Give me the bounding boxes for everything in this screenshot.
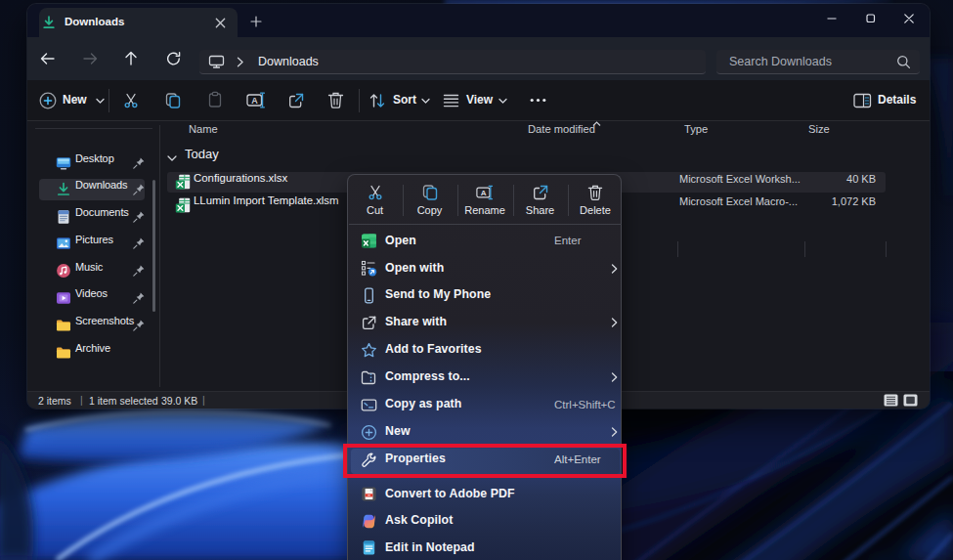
svg-text:A: A — [481, 189, 487, 197]
svg-text:A: A — [251, 96, 258, 106]
